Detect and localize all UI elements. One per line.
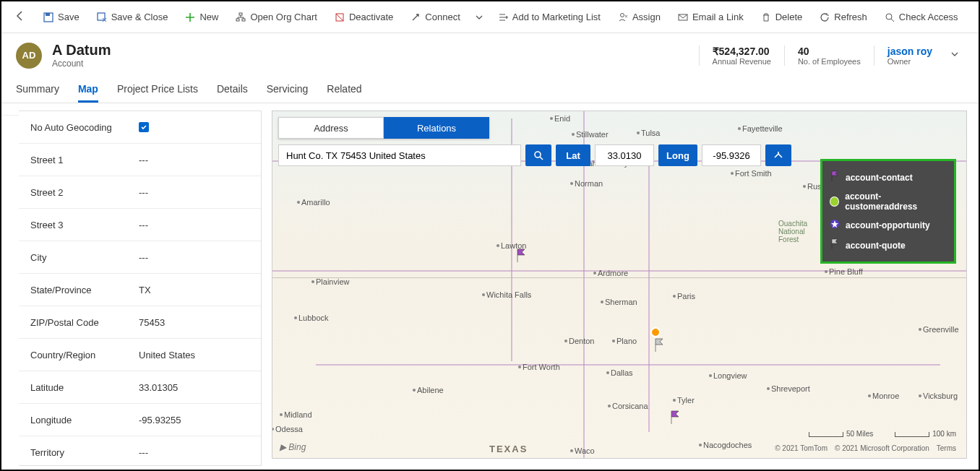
territory-value[interactable]: --- bbox=[139, 447, 148, 458]
header-expand[interactable] bbox=[945, 49, 964, 61]
city-label: Midland bbox=[284, 410, 312, 419]
map-pin[interactable] bbox=[653, 338, 664, 353]
legend-item: account-quote bbox=[830, 235, 947, 256]
legend-icon bbox=[830, 196, 839, 207]
street3-value[interactable]: --- bbox=[139, 220, 148, 230]
save-button[interactable]: Save bbox=[36, 7, 87, 27]
chevron-down-icon bbox=[950, 49, 960, 59]
directions-icon bbox=[773, 150, 783, 160]
new-button[interactable]: New bbox=[178, 7, 225, 27]
connect-label: Connect bbox=[425, 12, 460, 22]
tab-project-price-lists[interactable]: Project Price Lists bbox=[117, 76, 198, 103]
address-search-input[interactable] bbox=[278, 144, 521, 166]
city-label: Ardmore bbox=[598, 269, 628, 277]
email-link-button[interactable]: Email a Link bbox=[671, 7, 751, 27]
no-auto-geo-label: No Auto Geocoding bbox=[30, 122, 139, 133]
attrib-text: © 2021 TomTom bbox=[775, 444, 828, 452]
assign-button[interactable]: Assign bbox=[611, 7, 668, 27]
city-label: Corsicana bbox=[612, 402, 648, 410]
tab-map[interactable]: Map bbox=[78, 76, 98, 103]
add-marketing-button[interactable]: Add to Marketing List bbox=[491, 7, 608, 27]
lon-label-button[interactable]: Long bbox=[658, 144, 697, 166]
back-button[interactable] bbox=[7, 6, 33, 28]
street2-value[interactable]: --- bbox=[139, 187, 148, 198]
svg-rect-1 bbox=[46, 13, 50, 16]
email-icon bbox=[678, 12, 688, 22]
lon-value[interactable]: -95.93255 bbox=[139, 415, 181, 425]
legend-label: account-quote bbox=[846, 241, 906, 251]
scale-bar: 50 Miles 100 km bbox=[809, 430, 956, 438]
plus-icon bbox=[185, 12, 195, 22]
legend-label: account-customeraddress bbox=[845, 191, 947, 212]
city-value[interactable]: --- bbox=[139, 252, 148, 263]
org-chart-icon bbox=[236, 12, 246, 22]
refresh-button[interactable]: Refresh bbox=[812, 7, 874, 27]
row-no-auto-geo: No Auto Geocoding bbox=[19, 111, 261, 144]
zip-label: ZIP/Postal Code bbox=[30, 317, 139, 328]
attrib-text[interactable]: Terms bbox=[937, 444, 956, 452]
bing-logo: ▶ Bing bbox=[280, 442, 306, 452]
no-auto-geo-checkbox[interactable] bbox=[139, 122, 149, 132]
city-label: Wichita Falls bbox=[486, 290, 531, 299]
stat-employees: 40 No. of Employees bbox=[784, 46, 874, 66]
lon-input[interactable] bbox=[702, 144, 761, 166]
tab-related[interactable]: Related bbox=[327, 76, 361, 103]
deactivate-button[interactable]: Deactivate bbox=[327, 7, 400, 27]
street2-label: Street 2 bbox=[30, 187, 139, 198]
map-toggle: Address Relations bbox=[278, 117, 489, 139]
city-label: TEXAS bbox=[489, 444, 528, 454]
street1-value[interactable]: --- bbox=[139, 155, 148, 165]
stat-revenue: ₹524,327.00 Annual Revenue bbox=[699, 46, 784, 66]
map-pin[interactable] bbox=[669, 410, 680, 425]
revenue-label: Annual Revenue bbox=[713, 57, 771, 66]
delete-button[interactable]: Delete bbox=[754, 7, 810, 27]
map-pin[interactable] bbox=[650, 327, 661, 338]
street3-label: Street 3 bbox=[30, 220, 139, 230]
toggle-relations[interactable]: Relations bbox=[384, 117, 489, 139]
toggle-address[interactable]: Address bbox=[278, 117, 384, 139]
lat-label: Latitude bbox=[30, 382, 139, 393]
trash-icon bbox=[761, 12, 771, 22]
lat-input[interactable] bbox=[595, 144, 654, 166]
tab-bar: SummaryMapProject Price ListsDetailsServ… bbox=[1, 76, 979, 103]
city-label: Stillwater bbox=[576, 130, 609, 139]
open-org-label: Open Org Chart bbox=[250, 12, 317, 22]
city-label: Fayetteville bbox=[742, 124, 783, 133]
search-button[interactable] bbox=[525, 144, 551, 166]
save-icon bbox=[43, 12, 53, 22]
city-label: City bbox=[30, 252, 139, 263]
city-label: Enid bbox=[554, 114, 570, 123]
stat-owner[interactable]: jason roy Owner bbox=[874, 46, 945, 66]
city-label: Amarillo bbox=[301, 198, 330, 207]
zip-value[interactable]: 75453 bbox=[139, 317, 165, 328]
owner-value[interactable]: jason roy bbox=[887, 46, 932, 57]
tab-details[interactable]: Details bbox=[217, 76, 248, 103]
city-label: Denton bbox=[569, 337, 594, 345]
legend-label: account-contact bbox=[846, 173, 913, 183]
city-label: Norman bbox=[575, 179, 603, 188]
city-label: Monroe bbox=[872, 392, 899, 400]
tab-summary[interactable]: Summary bbox=[16, 76, 59, 103]
tab-servicing[interactable]: Servicing bbox=[267, 76, 309, 103]
save-close-button[interactable]: Save & Close bbox=[90, 7, 176, 27]
street1-label: Street 1 bbox=[30, 155, 139, 165]
legend-label: account-opportunity bbox=[846, 220, 930, 230]
overflow-menu[interactable]: ⋮ bbox=[968, 7, 981, 27]
deactivate-label: Deactivate bbox=[349, 12, 393, 22]
connect-dropdown[interactable] bbox=[470, 9, 488, 26]
city-label: Vicksburg bbox=[923, 392, 958, 400]
country-value[interactable]: United States bbox=[139, 350, 195, 360]
legend-icon bbox=[830, 238, 840, 252]
lat-label-button[interactable]: Lat bbox=[556, 144, 590, 166]
connect-button[interactable]: Connect bbox=[403, 7, 467, 27]
map-pin[interactable] bbox=[515, 249, 526, 263]
check-access-button[interactable]: Check Access bbox=[877, 7, 966, 27]
city-label: Shreveport bbox=[771, 384, 810, 393]
map-pane[interactable]: EnidStillwaterTulsaFayettevilleOklahoma … bbox=[272, 111, 967, 459]
directions-button[interactable] bbox=[765, 144, 791, 166]
lat-value[interactable]: 33.01305 bbox=[139, 382, 178, 393]
state-value[interactable]: TX bbox=[139, 285, 151, 295]
record-header: AD A Datum Account ₹524,327.00 Annual Re… bbox=[1, 33, 979, 76]
open-org-chart-button[interactable]: Open Org Chart bbox=[228, 7, 324, 27]
legend-icon bbox=[830, 170, 840, 184]
